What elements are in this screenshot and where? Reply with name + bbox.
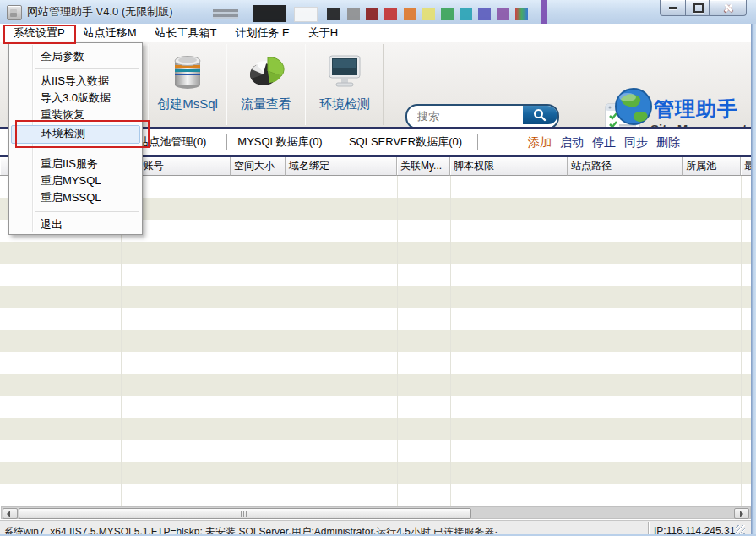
glass-reflection — [497, 8, 509, 20]
menu-item-restart-iis[interactable]: 重启IIS服务 — [9, 156, 142, 172]
grid-line — [568, 176, 568, 506]
table-row[interactable] — [0, 330, 751, 352]
toolbar-button-label: 环境检测 — [306, 96, 383, 112]
menu-bar: 系统设置P站点迁移M站长工具箱T计划任务 E关于H — [0, 24, 756, 43]
app-icon — [7, 5, 22, 20]
column-header-site-path[interactable]: 站点路径 — [568, 157, 683, 176]
column-header-script-permission[interactable]: 脚本权限 — [450, 157, 568, 176]
grid-line — [286, 176, 286, 506]
menu-separator — [35, 211, 139, 212]
toolbar-env-check[interactable]: 环境检测 — [305, 44, 384, 125]
title-bar: 网站管理助手 V4.0 (无限制版) — [0, 0, 756, 25]
scroll-right-button[interactable] — [734, 508, 749, 519]
table-row[interactable] — [0, 462, 751, 484]
glass-reflection — [347, 8, 360, 20]
toolbar-create-mssql[interactable]: 创建MsSql — [148, 44, 227, 125]
window-title: 网站管理助手 V4.0 (无限制版) — [27, 0, 173, 23]
table-row[interactable] — [0, 484, 751, 506]
close-icon — [723, 3, 733, 13]
system-settings-menu: 全局参数 从IIS导入数据 导入3.0版数据 重装恢复 环境检测 重启IIS服务… — [8, 42, 143, 235]
horizontal-scrollbar[interactable] — [1, 506, 751, 519]
pie-chart-icon — [246, 51, 286, 91]
table-row[interactable] — [0, 308, 751, 330]
scrollbar-thumb[interactable] — [19, 508, 471, 519]
minimize-button[interactable] — [660, 0, 686, 16]
column-header-space-size[interactable]: 空间大小 — [231, 157, 286, 176]
glass-reflection — [478, 8, 491, 20]
minimize-icon — [669, 7, 677, 9]
column-header-linked-mysql[interactable]: 关联My... — [397, 157, 450, 176]
menu-separator — [35, 150, 139, 150]
toolbar-traffic-view[interactable]: 流量查看 — [226, 44, 306, 125]
table-row[interactable] — [0, 396, 751, 418]
menu-scheduled-tasks[interactable]: 计划任务 E — [226, 24, 298, 41]
menu-webmaster-tools[interactable]: 站长工具箱T — [146, 24, 226, 41]
resize-grip[interactable] — [736, 525, 745, 534]
menu-item-restart-mysql[interactable]: 重启MYSQL — [9, 172, 142, 189]
search-button[interactable] — [523, 106, 557, 124]
column-header-domain-binding[interactable]: 域名绑定 — [286, 157, 397, 176]
arrow-left-icon — [7, 511, 10, 517]
glass-reflection — [253, 5, 286, 22]
menu-item-reinstall-restore[interactable]: 重装恢复 — [9, 107, 142, 123]
glass-reflection — [441, 8, 454, 20]
delete-button[interactable]: 删除 — [656, 129, 680, 155]
glass-reflection — [515, 8, 528, 20]
window-controls — [660, 0, 747, 16]
table-row[interactable] — [0, 418, 751, 440]
monitor-icon — [324, 51, 365, 91]
search-icon — [533, 108, 547, 122]
tab-mysql[interactable]: MYSQL数据库(0) — [226, 129, 334, 155]
menu-item-import-from-iis[interactable]: 从IIS导入数据 — [9, 73, 142, 90]
status-bar: 系统win7_x64 IIS7.5,MYSQL5.1,FTP=hlskp; 未安… — [0, 520, 751, 535]
tab-sqlserver[interactable]: SQLSERVER数据库(0) — [334, 129, 477, 155]
table-row[interactable] — [0, 242, 751, 264]
toolbar-button-label: 创建MsSql — [149, 96, 226, 112]
table-row[interactable] — [0, 352, 751, 374]
window-border — [751, 24, 756, 536]
globe-icon — [614, 87, 653, 126]
menu-item-env-check[interactable]: 环境检测 — [11, 125, 140, 144]
tab-separator — [477, 134, 478, 150]
menu-item-import-v3-data[interactable]: 导入3.0版数据 — [9, 90, 142, 107]
menu-item-restart-mssql[interactable]: 重启MSSQL — [9, 189, 142, 206]
search-input[interactable] — [416, 107, 519, 124]
maximize-icon — [693, 3, 704, 13]
grid-line — [450, 176, 451, 506]
table-row[interactable] — [0, 264, 751, 286]
close-button[interactable] — [709, 0, 747, 16]
glass-reflection — [460, 8, 472, 20]
maximize-button[interactable] — [685, 0, 710, 16]
menu-about[interactable]: 关于H — [299, 24, 347, 41]
table-row[interactable] — [0, 440, 751, 462]
toolbar-button-label: 流量查看 — [227, 96, 305, 112]
glass-reflection — [327, 8, 340, 20]
glass-reflection — [213, 9, 238, 19]
column-header-pool[interactable]: 所属池 — [683, 157, 741, 176]
menu-site-migration[interactable]: 站点迁移M — [74, 24, 146, 41]
search-box — [405, 104, 559, 129]
table-row[interactable] — [0, 374, 751, 396]
glass-reflection — [366, 8, 378, 20]
menu-item-global-params[interactable]: 全局参数 — [9, 48, 142, 65]
arrow-right-icon — [740, 511, 743, 517]
brand-title: 管理助手 — [654, 96, 738, 123]
glass-reflection — [404, 8, 416, 20]
start-button[interactable]: 启动 — [560, 129, 584, 155]
app-window: 网站管理助手 V4.0 (无限制版) 系统设置P站点迁移M站长工具箱T计划任务 … — [0, 0, 756, 536]
menu-separator — [35, 68, 139, 69]
stop-button[interactable]: 停止 — [592, 129, 616, 155]
database-icon — [167, 51, 208, 91]
grid-line — [231, 176, 231, 506]
glass-reflection — [384, 8, 397, 20]
menu-item-exit[interactable]: 退出 — [9, 216, 142, 233]
statusbar-divider — [648, 522, 649, 535]
grid-line — [741, 176, 742, 506]
menu-system-settings[interactable]: 系统设置P — [4, 24, 74, 41]
scroll-left-button[interactable] — [3, 508, 18, 519]
sync-button[interactable]: 同步 — [624, 129, 648, 155]
table-row[interactable] — [0, 286, 751, 308]
glass-reflection — [541, 0, 547, 24]
grid-line — [683, 176, 683, 506]
add-button[interactable]: 添加 — [528, 129, 552, 155]
